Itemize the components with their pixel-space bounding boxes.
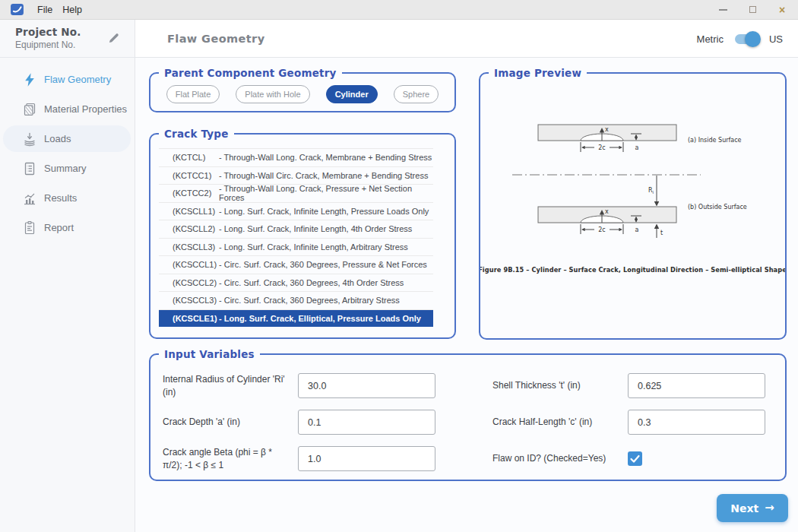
sidebar-item-material-properties[interactable]: Material Properties <box>0 94 135 124</box>
sidebar-item-loads[interactable]: Loads <box>0 124 135 154</box>
next-button-label: Next <box>730 502 758 515</box>
thickness-label: t <box>660 230 663 236</box>
parent-component-geometry-panel: Parent Component Geometry Flat Plate Pla… <box>149 72 456 112</box>
main-header: Flaw Geometry Metric US <box>135 20 798 58</box>
menu-help[interactable]: Help <box>62 5 82 15</box>
sidebar-nav: Flaw Geometry Material Properties <box>0 65 135 242</box>
crack-code: (KCSCCL2) <box>173 278 219 287</box>
next-button[interactable]: Next → <box>717 494 788 522</box>
sidebar: Project No. Equipment No. Flaw Geometry … <box>0 20 135 532</box>
crack-code: (KCSCLL2) <box>173 224 219 233</box>
sidebar-item-label: Results <box>44 192 77 204</box>
crack-code: (KCSCLE1) <box>173 314 219 323</box>
shell-thickness-label: Shell Thickness 't' (in) <box>492 373 623 398</box>
crack-type-row[interactable]: (KCSCCL3) - Circ. Surf. Crack, 360 Degre… <box>159 291 433 309</box>
crack-type-row[interactable]: (KCSCCL1) - Circ. Surf. Crack, 360 Degre… <box>159 255 433 274</box>
crack-type-row[interactable]: (KCSCLL1) - Long. Surf. Crack, Infinite … <box>159 202 433 220</box>
crack-length-label-bottom: 2c <box>598 226 606 233</box>
crack-depth-label-bottom: a <box>635 226 639 233</box>
us-label: US <box>769 33 783 45</box>
crack-code: (KCSCCL1) <box>173 260 219 269</box>
crack-desc: - Circ. Surf. Crack, 360 Degrees, Arbitr… <box>219 296 400 305</box>
crack-type-row[interactable]: (KCTCC1) - Through-Wall Circ. Crack, Mem… <box>159 166 433 185</box>
crack-code: (KCSCLL1) <box>173 207 219 216</box>
checkmark-icon <box>628 451 642 466</box>
bar-chart-icon <box>22 191 37 206</box>
edit-project-button[interactable] <box>107 31 121 45</box>
crack-desc: - Long. Surf. Crack, Infinite Length, Ar… <box>219 242 408 252</box>
image-preview-panel: Image Preview <box>479 72 787 340</box>
close-button[interactable]: × <box>777 4 787 16</box>
crack-depth-label-top: a <box>635 144 639 151</box>
internal-radius-label: Internal Radius of Cylinder 'Ri' (in) <box>163 373 293 398</box>
crack-type-row[interactable]: (KCTCC2) - Through-Wall Long. Crack, Pre… <box>159 184 433 202</box>
arrow-right-icon: → <box>765 502 774 514</box>
crack-code: (KCTCC1) <box>173 171 219 180</box>
crack-type-row[interactable]: (KCSCLL3) - Long. Surf. Crack, Infinite … <box>159 238 433 256</box>
minimize-icon <box>719 9 727 11</box>
crack-length-label-top: 2c <box>598 144 606 151</box>
unit-system-control: Metric US <box>697 20 783 58</box>
crack-type-list: (KCTCL) - Through-Wall Long. Crack, Memb… <box>159 148 433 327</box>
geometry-option-flat-plate[interactable]: Flat Plate <box>166 85 220 103</box>
x-axis-label-bottom: x <box>605 208 609 215</box>
minimize-button[interactable] <box>717 4 728 16</box>
tab-flaw-geometry[interactable]: Flaw Geometry <box>167 20 264 58</box>
crack-angle-beta-input[interactable] <box>298 446 435 471</box>
crack-code: (KCTCC2) <box>173 188 219 198</box>
crack-type-row[interactable]: (KCSCLL2) - Long. Surf. Crack, Infinite … <box>159 220 433 238</box>
flaw-on-id-checkbox[interactable] <box>628 451 642 466</box>
crack-type-panel: Crack Type (KCTCL) - Through-Wall Long. … <box>149 133 456 339</box>
crack-half-length-label: Crack Half-Length 'c' (in) <box>492 410 623 435</box>
crack-desc: - Circ. Surf. Crack, 360 Degrees, 4th Or… <box>219 278 404 287</box>
crack-half-length-input[interactable] <box>628 410 765 435</box>
load-arrow-icon <box>22 131 37 147</box>
crack-desc: - Through-Wall Circ. Crack, Membrane + B… <box>219 171 428 180</box>
crack-type-row[interactable]: (KCSCCL2) - Circ. Surf. Crack, 360 Degre… <box>159 274 433 292</box>
geometry-option-cylinder[interactable]: Cylinder <box>326 85 378 103</box>
sidebar-item-label: Report <box>44 222 74 233</box>
project-header: Project No. Equipment No. <box>0 20 135 58</box>
outside-surface-label: (b) Outside Surface <box>688 204 747 211</box>
maximize-icon <box>749 6 756 13</box>
app-logo-icon <box>11 4 24 15</box>
pencil-icon <box>109 33 119 43</box>
x-axis-label-top: x <box>605 126 609 133</box>
maximize-button[interactable] <box>747 4 758 16</box>
crack-desc: - Through-Wall Long. Crack, Membrane + B… <box>219 153 432 162</box>
crack-depth-input[interactable] <box>298 410 435 435</box>
lightning-icon <box>22 72 37 87</box>
sidebar-item-summary[interactable]: Summary <box>0 154 135 183</box>
geometry-option-plate-with-hole[interactable]: Plate with Hole <box>236 85 309 103</box>
internal-radius-label: Ri <box>648 187 654 195</box>
close-icon: × <box>779 5 785 15</box>
sidebar-item-label: Flaw Geometry <box>44 74 111 85</box>
sidebar-item-label: Material Properties <box>44 103 127 115</box>
input-variables-panel: Input Variables Internal Radius of Cylin… <box>149 353 787 481</box>
sidebar-item-results[interactable]: Results <box>0 183 135 213</box>
crack-code: (KCSCLL3) <box>173 242 219 252</box>
sidebar-item-report[interactable]: Report <box>0 213 135 242</box>
geometry-options: Flat Plate Plate with Hole Cylinder Sphe… <box>150 85 454 103</box>
crack-type-row[interactable]: (KCTCL) - Through-Wall Long. Crack, Memb… <box>159 148 433 166</box>
unit-toggle[interactable] <box>735 34 758 44</box>
crack-desc: - Long. Surf. Crack, Infinite Length, Pr… <box>219 207 429 216</box>
internal-radius-input[interactable] <box>298 373 435 398</box>
list-document-icon <box>22 161 37 176</box>
geometry-option-sphere[interactable]: Sphere <box>394 85 439 103</box>
metric-label: Metric <box>697 33 724 45</box>
crack-code: (KCSCCL3) <box>173 296 219 305</box>
menu-file[interactable]: File <box>37 5 52 15</box>
content-area: Parent Component Geometry Flat Plate Pla… <box>135 58 798 532</box>
window-controls: × <box>717 4 798 16</box>
crack-desc: - Long. Surf. Crack, Elliptical, Pressur… <box>219 314 421 323</box>
figure-caption: Figure 9B.15 – Cylinder – Surface Crack,… <box>480 266 785 274</box>
flaw-on-id-label: Flaw on ID? (Checked=Yes) <box>492 446 623 471</box>
crack-type-row-selected[interactable]: (KCSCLE1) - Long. Surf. Crack, Elliptica… <box>159 309 433 328</box>
crack-desc: - Circ. Surf. Crack, 360 Degrees, Pressu… <box>219 260 427 269</box>
cylinder-crack-diagram: x x 2c 2c a a (a) Inside Surface (b) Out… <box>480 74 785 338</box>
toggle-knob[interactable] <box>745 31 761 47</box>
input-variables-legend: Input Variables <box>159 347 260 361</box>
shell-thickness-input[interactable] <box>628 373 765 398</box>
sidebar-item-flaw-geometry[interactable]: Flaw Geometry <box>0 65 135 94</box>
